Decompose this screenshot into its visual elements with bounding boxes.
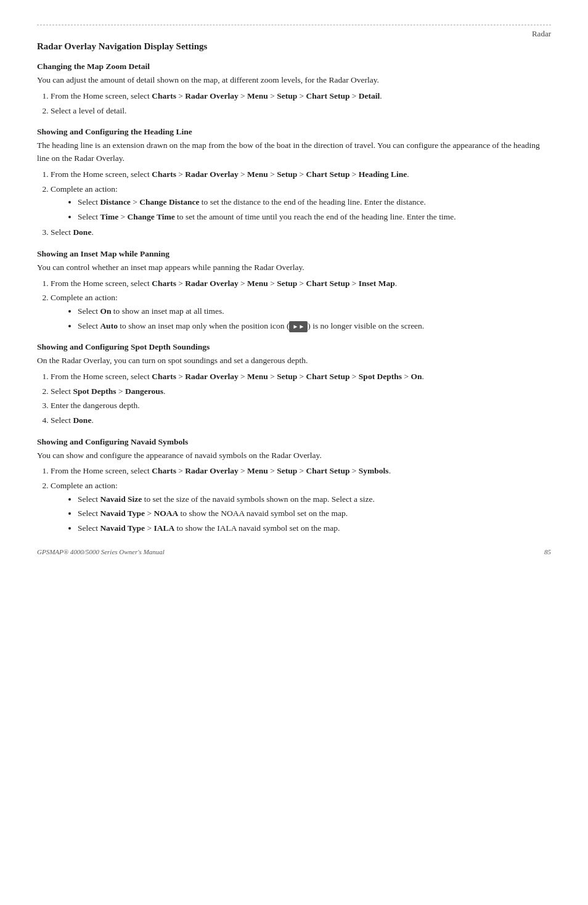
section-title-navaid-symbols: Showing and Configuring Navaid Symbols — [37, 437, 551, 447]
section-body-navaid-symbols: You can show and configure the appearanc… — [37, 449, 551, 462]
step-item: Select Spot Depths > Dangerous. — [51, 385, 551, 398]
bullet-item: Select Navaid Type > NOAA to show the NO… — [78, 507, 551, 520]
step-item: Select a level of detail. — [51, 104, 551, 118]
bullet-item: Select Auto to show an inset map only wh… — [78, 319, 551, 333]
steps-list-spot-depth-soundings: From the Home screen, select Charts > Ra… — [51, 370, 551, 427]
page-title: Radar Overlay Navigation Display Setting… — [37, 41, 551, 52]
page: Radar Radar Overlay Navigation Display S… — [0, 0, 588, 574]
section-title-changing-map-zoom: Changing the Map Zoom Detail — [37, 62, 551, 72]
section-body-inset-map-panning: You can control whether an inset map app… — [37, 261, 551, 274]
bullet-list: Select On to show an inset map at all ti… — [78, 305, 551, 332]
steps-list-inset-map-panning: From the Home screen, select Charts > Ra… — [51, 277, 551, 332]
step-item: Complete an action:Select Distance > Cha… — [51, 182, 551, 224]
footer: GPSMAP® 4000/5000 Series Owner's Manual … — [37, 548, 551, 555]
step-item: From the Home screen, select Charts > Ra… — [51, 277, 551, 290]
step-item: From the Home screen, select Charts > Ra… — [51, 89, 551, 103]
step-item: Enter the dangerous depth. — [51, 399, 551, 412]
footer-right: 85 — [544, 548, 551, 555]
bullet-item: Select Time > Change Time to set the amo… — [78, 210, 551, 224]
bullet-item: Select Navaid Size to set the size of th… — [78, 493, 551, 506]
section-title-showing-heading-line: Showing and Configuring the Heading Line — [37, 127, 551, 137]
footer-left: GPSMAP® 4000/5000 Series Owner's Manual — [37, 548, 165, 555]
section-body-changing-map-zoom: You can adjust the amount of detail show… — [37, 74, 551, 87]
steps-list-changing-map-zoom: From the Home screen, select Charts > Ra… — [51, 89, 551, 117]
step-item: Select Done. — [51, 414, 551, 427]
step-item: Select Done. — [51, 226, 551, 239]
bullet-list: Select Navaid Size to set the size of th… — [78, 493, 551, 535]
steps-list-showing-heading-line: From the Home screen, select Charts > Ra… — [51, 168, 551, 239]
step-item: From the Home screen, select Charts > Ra… — [51, 464, 551, 478]
sections-container: Changing the Map Zoom DetailYou can adju… — [37, 62, 551, 534]
section-body-spot-depth-soundings: On the Radar Overlay, you can turn on sp… — [37, 354, 551, 367]
section-title-spot-depth-soundings: Showing and Configuring Spot Depth Sound… — [37, 342, 551, 352]
bullet-item: Select Navaid Type > IALA to show the IA… — [78, 522, 551, 535]
position-icon: ►► — [289, 321, 308, 332]
bullet-list: Select Distance > Change Distance to set… — [78, 195, 551, 223]
bullet-item: Select On to show an inset map at all ti… — [78, 305, 551, 318]
section-title-inset-map-panning: Showing an Inset Map while Panning — [37, 249, 551, 259]
step-item: From the Home screen, select Charts > Ra… — [51, 370, 551, 383]
bullet-item: Select Distance > Change Distance to set… — [78, 195, 551, 209]
step-item: Complete an action:Select Navaid Size to… — [51, 479, 551, 534]
step-item: Complete an action:Select On to show an … — [51, 291, 551, 332]
header-section-label: Radar — [37, 29, 551, 39]
section-body-showing-heading-line: The heading line is an extension drawn o… — [37, 139, 551, 165]
top-rule — [37, 25, 551, 25]
steps-list-navaid-symbols: From the Home screen, select Charts > Ra… — [51, 464, 551, 534]
step-item: From the Home screen, select Charts > Ra… — [51, 168, 551, 181]
